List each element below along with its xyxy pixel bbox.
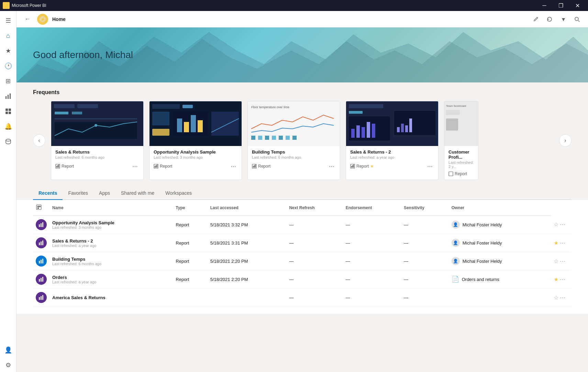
app-title: Microsoft Power BI bbox=[12, 3, 46, 8]
restore-button[interactable]: ❐ bbox=[553, 0, 569, 11]
star-btn-4[interactable]: ★ bbox=[554, 276, 558, 283]
row-name-cell-5: America Sales & Returns bbox=[49, 289, 173, 307]
table-container: Name Type Last accessed Next Refresh End… bbox=[16, 200, 588, 314]
svg-rect-80 bbox=[39, 224, 40, 227]
tab-workspaces[interactable]: Workspaces bbox=[160, 187, 197, 200]
svg-rect-58 bbox=[356, 125, 360, 138]
row-accessed-4: 5/18/2021 2:20 PM bbox=[208, 270, 287, 289]
sidebar-item-recent[interactable]: 🕐 bbox=[1, 59, 15, 73]
svg-rect-45 bbox=[272, 136, 276, 140]
star-btn-2[interactable]: ★ bbox=[554, 240, 558, 246]
more-btn-5[interactable]: ⋯ bbox=[560, 294, 565, 301]
col-type: Type bbox=[173, 200, 207, 216]
tab-apps[interactable]: Apps bbox=[93, 187, 115, 200]
frequent-card-4[interactable]: Sales & Returns - 2 Last refreshed: a ye… bbox=[346, 101, 439, 180]
row-sensitivity-2: — bbox=[401, 234, 449, 252]
frequent-card-3[interactable]: Floor temperature over time bbox=[247, 101, 340, 180]
row-icon-3 bbox=[36, 256, 47, 267]
app-layout: ☰ ⌂ ★ 🕐 ⊞ 🔔 👤 ⚙ ← ⚡ Home bbox=[0, 11, 588, 372]
prev-arrow[interactable]: ‹ bbox=[33, 134, 45, 147]
sidebar-item-favorites[interactable]: ★ bbox=[1, 44, 15, 58]
more-btn-4[interactable]: ⋯ bbox=[560, 276, 565, 283]
refresh-dropdown-button[interactable]: ▾ bbox=[558, 14, 569, 25]
minimize-button[interactable]: ─ bbox=[536, 0, 552, 11]
edit-button[interactable] bbox=[530, 14, 541, 25]
table-row: Sales & Returns - 2 Last refreshed: a ye… bbox=[33, 234, 572, 252]
row-refresh-4: — bbox=[286, 270, 343, 289]
sidebar-item-settings[interactable]: ⚙ bbox=[1, 358, 15, 372]
svg-rect-89 bbox=[39, 279, 40, 282]
svg-rect-32 bbox=[184, 122, 189, 132]
row-accessed-2: 5/18/2021 3:31 PM bbox=[208, 234, 287, 252]
tabs-container: Recents Favorites Apps Shared with me Wo… bbox=[16, 187, 588, 200]
sidebar-item-profile[interactable]: 👤 bbox=[1, 343, 15, 357]
row-endorsement-3: — bbox=[343, 252, 401, 270]
sidebar-item-home[interactable]: ⌂ bbox=[1, 29, 15, 43]
search-button[interactable] bbox=[572, 14, 583, 25]
svg-rect-69 bbox=[352, 165, 353, 168]
star-btn-1[interactable]: ☆ bbox=[554, 221, 558, 228]
tab-favorites[interactable]: Favorites bbox=[63, 187, 93, 200]
frequent-card-1[interactable]: Sales & Returns Last refreshed: 6 months… bbox=[51, 101, 144, 180]
frequent-card-2[interactable]: Opportunity Analysis Sample Last refresh… bbox=[149, 101, 242, 180]
cards-container: ‹ bbox=[33, 101, 572, 180]
card-title-2: Opportunity Analysis Sample bbox=[154, 149, 237, 155]
card-more-3[interactable]: ⋯ bbox=[328, 162, 336, 170]
card-title-4: Sales & Returns - 2 bbox=[350, 149, 434, 155]
row-owner-5 bbox=[449, 289, 551, 307]
tab-recents[interactable]: Recents bbox=[33, 187, 63, 200]
row-owner-3: 👤 Michal Foster Heldy bbox=[449, 252, 551, 270]
svg-rect-42 bbox=[251, 136, 255, 140]
tab-shared[interactable]: Shared with me bbox=[115, 187, 160, 200]
card-type-2: Report bbox=[154, 164, 172, 169]
svg-rect-75 bbox=[449, 172, 453, 176]
more-btn-2[interactable]: ⋯ bbox=[560, 240, 565, 246]
row-refresh-3: — bbox=[286, 252, 343, 270]
card-more-1[interactable]: ⋯ bbox=[131, 162, 139, 170]
frequent-card-5[interactable]: Team Scorecard Customer Profi... Last re… bbox=[444, 101, 478, 180]
close-button[interactable]: ✕ bbox=[569, 0, 585, 11]
col-name: Name bbox=[49, 200, 173, 216]
svg-rect-54 bbox=[349, 104, 383, 108]
workspace-logo: ⚡ bbox=[37, 14, 48, 25]
svg-rect-78 bbox=[39, 206, 41, 207]
sidebar-item-apps[interactable]: ⊞ bbox=[1, 74, 15, 88]
card-title-3: Building Temps bbox=[252, 149, 336, 155]
sidebar-item-workspaces[interactable] bbox=[1, 104, 15, 118]
back-button[interactable]: ← bbox=[22, 14, 33, 25]
card-more-4[interactable]: ⋯ bbox=[426, 162, 434, 170]
sidebar-item-metrics[interactable] bbox=[1, 89, 15, 103]
sidebar-item-datasets[interactable] bbox=[1, 135, 15, 148]
star-btn-3[interactable]: ☆ bbox=[554, 258, 558, 264]
titlebar-left: ⚡ Microsoft Power BI bbox=[3, 2, 46, 9]
star-btn-5[interactable]: ☆ bbox=[554, 294, 558, 301]
svg-rect-61 bbox=[372, 124, 375, 138]
svg-rect-43 bbox=[258, 136, 262, 140]
row-sensitivity-4: — bbox=[401, 270, 449, 289]
more-btn-3[interactable]: ⋯ bbox=[560, 258, 565, 264]
sidebar-item-menu[interactable]: ☰ bbox=[1, 14, 15, 27]
row-type-4: Report bbox=[173, 270, 207, 289]
row-type-1: Report bbox=[173, 216, 207, 234]
card-more-2[interactable]: ⋯ bbox=[229, 162, 237, 170]
svg-rect-65 bbox=[405, 125, 408, 132]
card-footer-3: Report ⋯ bbox=[252, 162, 336, 170]
refresh-button[interactable] bbox=[544, 14, 555, 25]
svg-rect-64 bbox=[401, 124, 404, 132]
card-thumbnail-3: Floor temperature over time bbox=[248, 101, 340, 146]
next-arrow[interactable]: › bbox=[559, 134, 572, 147]
owner-avatar-2: 👤 bbox=[452, 239, 460, 247]
col-icon bbox=[33, 200, 49, 216]
card-thumbnail-1 bbox=[51, 101, 143, 146]
sidebar-item-alerts[interactable]: 🔔 bbox=[1, 120, 15, 133]
card-subtitle-1: Last refreshed: 6 months ago bbox=[55, 155, 139, 159]
card-type-5: Report bbox=[448, 171, 467, 176]
svg-rect-51 bbox=[254, 165, 255, 168]
col-endorsement: Endorsement bbox=[343, 200, 401, 216]
frequents-section: Frequents ‹ bbox=[16, 82, 588, 187]
svg-rect-59 bbox=[362, 127, 365, 138]
row-icon-cell bbox=[33, 289, 49, 307]
more-btn-1[interactable]: ⋯ bbox=[560, 221, 565, 228]
svg-rect-94 bbox=[42, 295, 43, 300]
svg-rect-90 bbox=[41, 278, 42, 282]
